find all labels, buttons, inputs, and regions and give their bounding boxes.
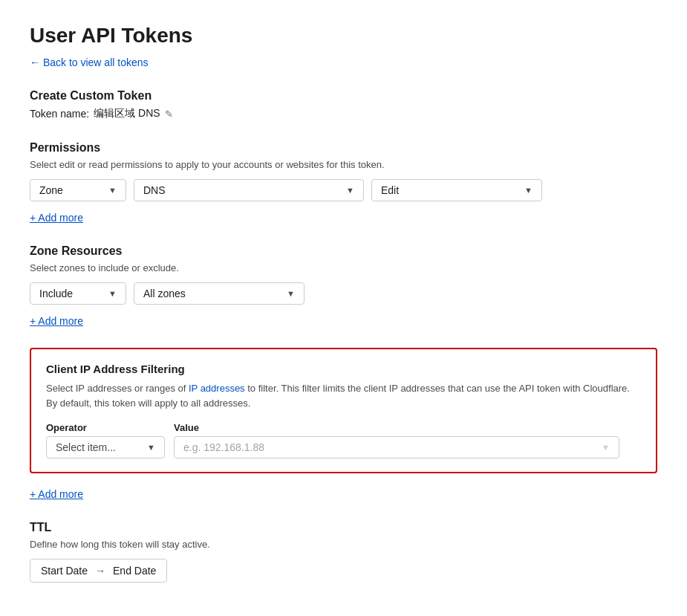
operator-select-label: Select item...	[56, 441, 116, 453]
ip-filter-section: Client IP Address Filtering Select IP ad…	[30, 348, 657, 473]
ip-filter-title: Client IP Address Filtering	[46, 363, 641, 375]
ip-input-chevron-icon: ▼	[602, 443, 610, 452]
ip-filter-description: Select IP addresses or ranges of IP addr…	[46, 381, 641, 410]
ttl-description: Define how long this token will stay act…	[30, 539, 657, 550]
value-label: Value	[174, 422, 619, 433]
ttl-date-row: Start Date → End Date	[30, 559, 657, 583]
operator-select-chevron-icon: ▼	[147, 443, 155, 452]
zone-resources-add-more[interactable]: + Add more	[30, 315, 83, 327]
ttl-section: TTL Define how long this token will stay…	[30, 521, 657, 583]
token-name-row: Token name: 编辑区域 DNS ✎	[30, 107, 657, 120]
ip-filter-add-more-container: + Add more	[30, 485, 657, 500]
ip-value-input[interactable]: e.g. 192.168.1.88 ▼	[174, 436, 619, 458]
edit-dropdown[interactable]: Edit ▼	[371, 179, 542, 201]
permissions-section: Permissions Select edit or read permissi…	[30, 141, 657, 224]
permissions-heading: Permissions	[30, 141, 657, 155]
ip-filter-desc-part1: Select IP addresses or ranges of	[46, 383, 189, 394]
include-dropdown-chevron-icon: ▼	[108, 289, 117, 298]
zone-dropdown-label: Zone	[39, 184, 63, 196]
permissions-dropdown-row: Zone ▼ DNS ▼ Edit ▼	[30, 179, 657, 201]
end-date-label: End Date	[113, 565, 156, 577]
dns-dropdown-chevron-icon: ▼	[346, 186, 354, 195]
zone-resources-section: Zone Resources Select zones to include o…	[30, 244, 657, 327]
back-to-tokens-link[interactable]: ← Back to view all tokens	[30, 56, 149, 68]
include-dropdown[interactable]: Include ▼	[30, 282, 126, 305]
page-title: User API Tokens	[30, 24, 657, 48]
value-field-group: Value e.g. 192.168.1.88 ▼	[174, 422, 619, 458]
zone-resources-description: Select zones to include or exclude.	[30, 262, 657, 273]
include-dropdown-label: Include	[39, 288, 73, 299]
ip-filter-add-more[interactable]: + Add more	[30, 488, 83, 500]
all-zones-dropdown-label: All zones	[143, 288, 186, 299]
zone-resources-heading: Zone Resources	[30, 244, 657, 258]
ip-filter-desc-ip-link[interactable]: IP addresses	[189, 383, 245, 394]
edit-dropdown-chevron-icon: ▼	[524, 186, 533, 195]
operator-select-dropdown[interactable]: Select item... ▼	[46, 436, 165, 458]
dns-dropdown-label: DNS	[143, 184, 166, 196]
edit-token-name-icon[interactable]: ✎	[165, 108, 173, 120]
zone-resources-dropdown-row: Include ▼ All zones ▼	[30, 282, 657, 305]
ttl-heading: TTL	[30, 521, 657, 534]
operator-label: Operator	[46, 422, 165, 433]
all-zones-dropdown[interactable]: All zones ▼	[134, 282, 305, 305]
dns-dropdown[interactable]: DNS ▼	[134, 179, 364, 201]
all-zones-dropdown-chevron-icon: ▼	[287, 289, 295, 298]
zone-dropdown[interactable]: Zone ▼	[30, 179, 126, 201]
permissions-description: Select edit or read permissions to apply…	[30, 159, 657, 170]
ttl-date-button[interactable]: Start Date → End Date	[30, 559, 167, 583]
create-custom-token-heading: Create Custom Token	[30, 89, 657, 103]
ip-value-placeholder: e.g. 192.168.1.88	[183, 441, 264, 453]
operator-value-row: Operator Select item... ▼ Value e.g. 192…	[46, 422, 641, 458]
zone-dropdown-chevron-icon: ▼	[108, 186, 117, 195]
ttl-arrow-icon: →	[95, 565, 105, 577]
operator-field-group: Operator Select item... ▼	[46, 422, 165, 458]
permissions-add-more[interactable]: + Add more	[30, 212, 83, 224]
edit-dropdown-label: Edit	[381, 184, 399, 196]
token-name-label: Token name:	[30, 108, 89, 120]
token-name-value: 编辑区域 DNS	[94, 107, 160, 120]
start-date-label: Start Date	[41, 565, 88, 577]
